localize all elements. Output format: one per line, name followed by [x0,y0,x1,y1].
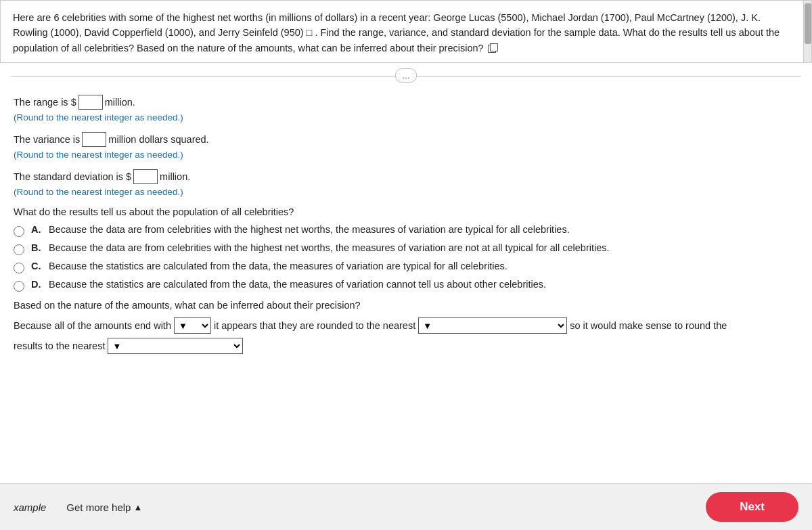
separator: ... [0,63,812,88]
variance-input[interactable] [82,132,106,147]
precision-start: Because all of the amounts end with [14,320,171,331]
range-label: The range is $ [14,97,76,108]
precision-select3[interactable]: ▼ 10 50 100 500 1000 [108,338,243,354]
std-row: The standard deviation is $ million. [14,169,798,184]
scrollbar[interactable] [803,1,811,62]
footer: xample Get more help ▲ Next [0,483,812,530]
precision-mid: it appears that they are rounded to the … [214,320,415,331]
precision-end2: results to the nearest [14,340,105,351]
std-label: The standard deviation is $ [14,171,131,182]
variance-label: The variance is [14,134,80,145]
scrollbar-thumb [805,3,811,44]
separator-dots: ... [395,68,418,83]
radio-c[interactable] [14,263,24,273]
option-c-text: Because the statistics are calculated fr… [49,261,508,271]
option-b: B. Because the data are from celebrities… [14,242,798,255]
example-label: xample [14,502,46,513]
range-row: The range is $ million. [14,95,798,110]
pop-question: What do the results tell us about the po… [14,206,798,217]
next-button[interactable]: Next [706,492,798,522]
option-d: D. Because the statistics are calculated… [14,279,798,292]
range-input[interactable] [78,95,103,110]
option-c: C. Because the statistics are calculated… [14,261,798,273]
footer-left: xample Get more help ▲ [14,502,142,513]
precision-select2[interactable]: ▼ 10 50 100 500 1000 [418,317,567,334]
variance-hint: (Round to the nearest integer as needed.… [14,150,798,160]
radio-a[interactable] [14,226,24,237]
question-content: Here are 6 celebrities with some of the … [13,12,780,53]
get-more-help-button[interactable]: Get more help ▲ [66,502,142,513]
radio-d[interactable] [14,281,24,292]
letter-b: B. [31,242,45,253]
range-unit: million. [105,97,135,108]
letter-d: D. [31,279,45,290]
letter-a: A. [31,224,45,235]
std-input[interactable] [133,169,158,184]
variance-row: The variance is million dollars squared. [14,132,798,147]
letter-c: C. [31,261,45,271]
arrow-up-icon: ▲ [133,502,142,512]
copy-icon[interactable] [488,45,496,53]
precision-select1[interactable]: ▼ 50 100 500 1000 [174,317,211,334]
std-hint: (Round to the nearest integer as needed.… [14,187,798,197]
question-text: Here are 6 celebrities with some of the … [13,10,799,56]
content-area: The range is $ million. (Round to the ne… [0,88,812,483]
precision-row1: Because all of the amounts end with ▼ 50… [14,317,798,334]
variance-unit: million dollars squared. [108,134,208,145]
std-unit: million. [160,171,190,182]
option-b-text: Because the data are from celebrities wi… [49,242,610,253]
range-hint: (Round to the nearest integer as needed.… [14,112,798,123]
question-box: Here are 6 celebrities with some of the … [0,0,812,63]
precision-end: so it would make sense to round the [570,320,727,331]
option-a-text: Because the data are from celebrities wi… [49,224,570,235]
option-a: A. Because the data are from celebrities… [14,224,798,237]
radio-b[interactable] [14,244,24,255]
precision-row2: results to the nearest ▼ 10 50 100 500 1… [14,338,798,354]
option-d-text: Because the statistics are calculated fr… [49,279,546,290]
precision-question: Based on the nature of the amounts, what… [14,300,798,311]
get-more-help-text: Get more help [66,502,131,513]
main-container: Here are 6 celebrities with some of the … [0,0,812,530]
